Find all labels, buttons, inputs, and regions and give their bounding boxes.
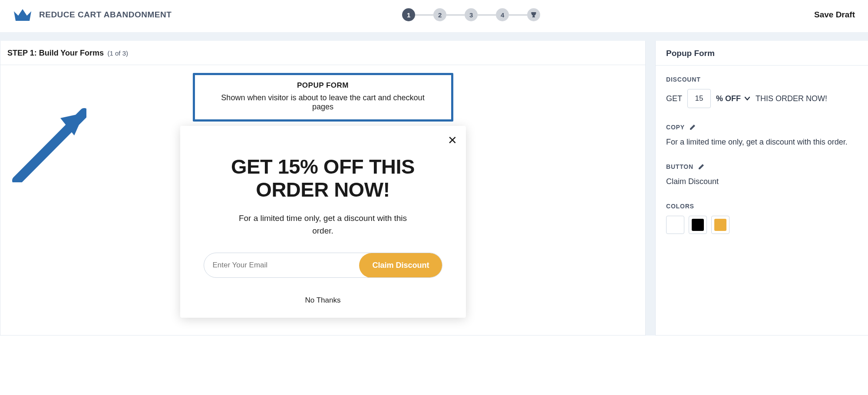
popup-form-selector[interactable]: POPUP FORM Shown when visitor is about t… (193, 73, 453, 122)
discount-unit-label: % OFF (716, 94, 741, 103)
step-connector (478, 14, 496, 16)
popup-preview: ✕ GET 15% OFF THIS ORDER NOW! For a limi… (180, 126, 466, 318)
arrow-annotation-icon (8, 95, 86, 182)
side-panel-body: DISCOUNT GET % OFF THIS ORDER NOW! COPY … (656, 66, 868, 260)
step-3[interactable]: 3 (465, 8, 478, 21)
popup-headline: GET 15% OFF THIS ORDER NOW! (193, 155, 453, 201)
page-title: REDUCE CART ABANDONMENT (39, 10, 172, 20)
header: REDUCE CART ABANDONMENT 1 2 3 4 Save Dra… (0, 0, 868, 32)
step-final[interactable] (527, 8, 540, 21)
claim-discount-button[interactable]: Claim Discount (359, 253, 442, 278)
popup-input-row: Claim Discount (204, 253, 442, 278)
discount-get-text: GET (666, 94, 682, 103)
header-left: REDUCE CART ABANDONMENT (13, 8, 172, 22)
step-connector (446, 14, 465, 16)
button-value: Claim Discount (666, 176, 858, 187)
side-panel-header: Popup Form (656, 41, 868, 66)
email-input[interactable] (204, 253, 360, 277)
button-section: BUTTON Claim Discount (666, 163, 858, 187)
layout: STEP 1: Build Your Forms (1 of 3) POPUP … (0, 41, 868, 336)
pencil-icon[interactable] (689, 124, 696, 131)
step-connector (415, 14, 433, 16)
swatch-color (669, 219, 681, 231)
main-content: POPUP FORM Shown when visitor is about t… (0, 65, 645, 335)
form-selector-desc: Shown when visitor is about to leave the… (212, 93, 434, 112)
no-thanks-link[interactable]: No Thanks (193, 296, 453, 305)
discount-label: DISCOUNT (666, 76, 858, 83)
color-swatches (666, 216, 858, 234)
step-1[interactable]: 1 (402, 8, 415, 21)
popup-copy: For a limited time only, get a discount … (193, 212, 453, 237)
discount-suffix-text: THIS ORDER NOW! (756, 94, 827, 103)
save-draft-button[interactable]: Save Draft (814, 10, 855, 20)
discount-unit-select[interactable]: % OFF (716, 94, 750, 103)
color-swatch-3[interactable] (711, 216, 729, 234)
side-panel: Popup Form DISCOUNT GET % OFF THIS ORDER… (655, 41, 868, 336)
swatch-color (714, 219, 726, 231)
colors-label: COLORS (666, 203, 858, 210)
button-label: BUTTON (666, 163, 693, 170)
stepper: 1 2 3 4 (402, 8, 540, 21)
step-count: (1 of 3) (108, 49, 129, 57)
side-panel-title: Popup Form (666, 49, 858, 58)
step-title: STEP 1: Build Your Forms (7, 49, 104, 57)
copy-label: COPY (666, 124, 685, 131)
discount-row: GET % OFF THIS ORDER NOW! (666, 89, 858, 108)
color-swatch-2[interactable] (689, 216, 707, 234)
step-4[interactable]: 4 (496, 8, 509, 21)
step-2[interactable]: 2 (433, 8, 446, 21)
main-panel: STEP 1: Build Your Forms (1 of 3) POPUP … (0, 41, 646, 336)
pencil-icon[interactable] (698, 163, 705, 170)
colors-section: COLORS (666, 203, 858, 234)
main-panel-header: STEP 1: Build Your Forms (1 of 3) (0, 41, 645, 65)
color-swatch-1[interactable] (666, 216, 684, 234)
chevron-down-icon (744, 95, 750, 102)
discount-value-input[interactable] (687, 89, 711, 108)
crown-icon (13, 8, 32, 22)
copy-value: For a limited time only, get a discount … (666, 137, 858, 148)
swatch-color (692, 219, 704, 231)
separator (0, 32, 868, 41)
copy-section: COPY For a limited time only, get a disc… (666, 124, 858, 148)
step-connector (509, 14, 527, 16)
close-icon[interactable]: ✕ (448, 135, 457, 146)
trophy-icon (530, 11, 537, 18)
form-selector-title: POPUP FORM (212, 81, 434, 90)
